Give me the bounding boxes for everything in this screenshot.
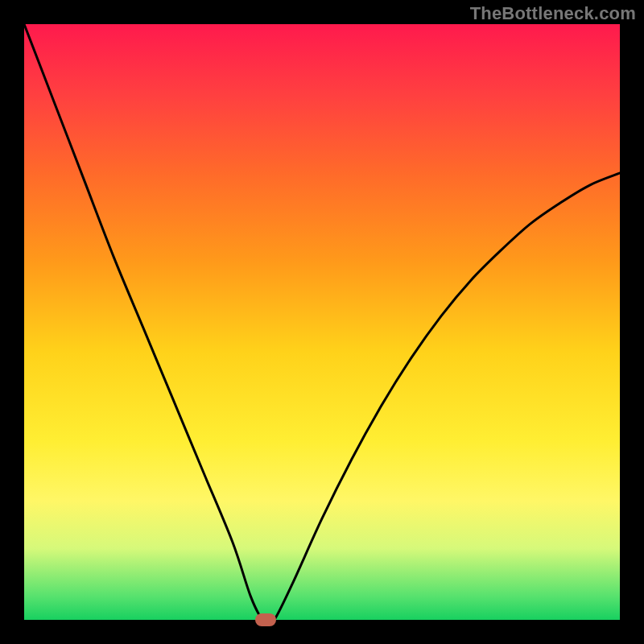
watermark-text: TheBottleneck.com (470, 3, 636, 24)
curve-layer (24, 24, 620, 620)
chart-frame: TheBottleneck.com (0, 0, 644, 644)
bottleneck-curve (24, 24, 620, 620)
optimal-marker (255, 613, 276, 626)
